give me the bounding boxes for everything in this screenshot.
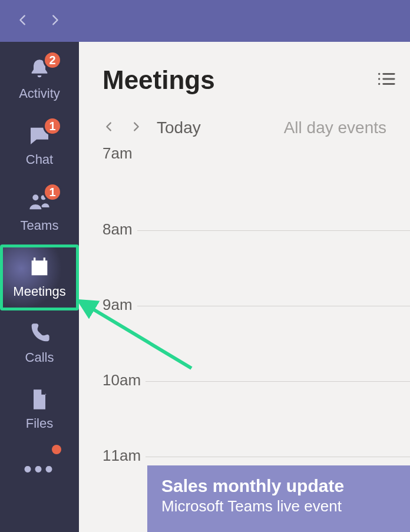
rail-item-activity[interactable]: 2 Activity xyxy=(0,47,79,113)
event-subtitle: Microsoft Teams live event xyxy=(161,497,396,516)
calendar-event[interactable]: Sales monthly update Microsoft Teams liv… xyxy=(147,465,410,532)
time-label: 7am xyxy=(102,144,137,163)
time-slot[interactable]: 10am xyxy=(102,381,410,457)
badge-count: 1 xyxy=(43,183,62,201)
time-label: 11am xyxy=(102,447,146,465)
time-label: 9am xyxy=(102,296,137,314)
prev-day-button[interactable] xyxy=(102,120,115,136)
badge-count: 2 xyxy=(43,51,62,70)
time-slot[interactable]: 9am xyxy=(102,306,410,381)
notification-dot-icon xyxy=(52,445,61,454)
rail-item-chat[interactable]: 1 Chat xyxy=(0,113,79,179)
teams-icon: 1 xyxy=(28,190,51,213)
all-day-label: All day events xyxy=(284,118,386,137)
next-day-button[interactable] xyxy=(130,120,143,136)
nav-back-button[interactable] xyxy=(16,14,29,29)
chat-icon: 1 xyxy=(28,124,51,147)
rail-item-more[interactable]: ••• xyxy=(0,442,79,495)
today-button[interactable]: Today xyxy=(157,118,201,137)
time-label: 10am xyxy=(102,371,146,389)
phone-icon xyxy=(28,322,51,345)
svg-point-0 xyxy=(32,194,38,200)
app-rail: 2 Activity 1 Chat 1 Teams Meetings xyxy=(0,42,79,532)
event-title: Sales monthly update xyxy=(161,476,396,496)
agenda-list-button[interactable] xyxy=(376,69,396,91)
title-bar xyxy=(0,0,410,42)
time-label: 8am xyxy=(102,220,137,239)
svg-point-3 xyxy=(378,78,380,80)
rail-item-calls[interactable]: Calls xyxy=(0,310,79,376)
rail-item-label: Files xyxy=(26,416,53,431)
calendar-icon xyxy=(28,256,51,279)
time-slot[interactable]: 7am xyxy=(102,155,410,230)
file-icon xyxy=(28,388,51,411)
rail-item-label: Meetings xyxy=(13,284,65,299)
rail-item-files[interactable]: Files xyxy=(0,376,79,442)
rail-item-label: Chat xyxy=(26,152,53,167)
rail-item-label: Calls xyxy=(25,350,54,365)
rail-item-label: Teams xyxy=(21,218,59,233)
nav-forward-button[interactable] xyxy=(48,14,61,29)
badge-count: 1 xyxy=(43,117,62,136)
bell-icon: 2 xyxy=(28,58,51,81)
svg-point-2 xyxy=(378,73,380,75)
main-row: 2 Activity 1 Chat 1 Teams Meetings xyxy=(0,42,410,532)
rail-item-meetings[interactable]: Meetings xyxy=(0,244,79,310)
page-title: Meetings xyxy=(102,65,364,95)
content-header: Meetings xyxy=(79,42,410,113)
rail-item-label: Activity xyxy=(19,86,60,101)
content-pane: Meetings Today All day events xyxy=(79,42,410,532)
svg-point-4 xyxy=(378,83,380,85)
rail-item-teams[interactable]: 1 Teams xyxy=(0,179,79,244)
time-slot[interactable]: 8am xyxy=(102,230,410,306)
